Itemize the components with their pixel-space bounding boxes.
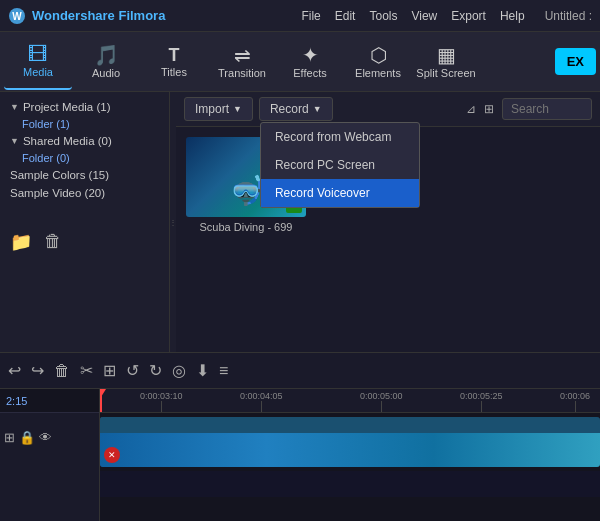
toolbar-transition-label: Transition — [218, 67, 266, 79]
sidebar-project-media[interactable]: ▼ Project Media (1) — [0, 98, 169, 116]
menu-export[interactable]: Export — [451, 9, 486, 23]
tl-export-icon[interactable]: ⬇ — [196, 361, 209, 380]
tl-split-icon[interactable]: ⊞ — [103, 361, 116, 380]
tl-settings-icon[interactable]: ≡ — [219, 362, 228, 380]
ruler-label-3: 0:00:05:25 — [460, 391, 503, 401]
record-label: Record — [270, 102, 309, 116]
video-track-add-icon[interactable]: ⊞ — [4, 430, 15, 445]
video-track-eye-icon[interactable]: 👁 — [39, 430, 52, 445]
sidebar-sample-colors-label: Sample Colors (15) — [10, 169, 109, 181]
grid-view-icon[interactable]: ⊞ — [484, 102, 494, 116]
toolbar-transition[interactable]: ⇌ Transition — [208, 34, 276, 90]
tl-delete-icon[interactable]: 🗑 — [54, 362, 70, 380]
filter-icon[interactable]: ⊿ — [466, 102, 476, 116]
ruler-label-4: 0:00:06 — [560, 391, 590, 401]
sidebar-sample-video[interactable]: Sample Video (20) — [0, 184, 169, 202]
titles-icon: T — [169, 46, 180, 64]
record-chevron-icon: ▼ — [313, 104, 322, 114]
dropdown-webcam[interactable]: Record from Webcam — [261, 123, 419, 151]
ruler-mark-1: 0:00:04:05 — [240, 389, 283, 412]
media-item-label: Scuba Diving - 699 — [200, 221, 293, 233]
ruler-line-2 — [381, 401, 382, 412]
ruler-line-0 — [161, 401, 162, 412]
toolbar-effects[interactable]: ✦ Effects — [276, 34, 344, 90]
audio-track — [100, 471, 600, 497]
toolbar-elements[interactable]: ⬡ Elements — [344, 34, 412, 90]
title-bar: W Wondershare Filmora File Edit Tools Vi… — [0, 0, 600, 32]
toolbar: 🎞 Media 🎵 Audio T Titles ⇌ Transition ✦ … — [0, 32, 600, 92]
tl-undo-icon[interactable]: ↩ — [8, 361, 21, 380]
ruler-line-3 — [481, 401, 482, 412]
timeline-tracks: 🎞 Scuba Diving - 699 🤿 🐠 — [100, 413, 600, 521]
menu-tools[interactable]: Tools — [369, 9, 397, 23]
timeline-left-panel: 2:15 ⊞ 🔒 👁 — [0, 389, 100, 521]
sidebar-shared-media-label: Shared Media (0) — [23, 135, 112, 147]
import-chevron-icon: ▼ — [233, 104, 242, 114]
tl-rotate-right-icon[interactable]: ↻ — [149, 361, 162, 380]
video-track-ctrl: ⊞ 🔒 👁 — [4, 417, 95, 457]
toolbar-split-screen[interactable]: ▦ Split Screen — [412, 34, 480, 90]
menu-help[interactable]: Help — [500, 9, 525, 23]
ruler-mark-2: 0:00:05:00 — [360, 389, 403, 412]
toolbar-split-screen-label: Split Screen — [416, 67, 475, 79]
tl-cut-icon[interactable]: ✂ — [80, 361, 93, 380]
media-icons: ⊿ ⊞ — [466, 98, 592, 120]
timeline-content: 2:15 ⊞ 🔒 👁 0:00:03:10 — [0, 389, 600, 521]
elements-icon: ⬡ — [370, 45, 387, 65]
timecode-value: 2:15 — [6, 395, 27, 407]
clip-remove-button[interactable]: ✕ — [104, 447, 120, 463]
tl-crop-icon[interactable]: ◎ — [172, 361, 186, 380]
sidebar-folder-0[interactable]: Folder (0) — [0, 150, 169, 166]
video-clip: 🎞 Scuba Diving - 699 🤿 🐠 — [100, 417, 600, 467]
ruler-mark-3: 0:00:05:25 — [460, 389, 503, 412]
toolbar-media[interactable]: 🎞 Media — [4, 34, 72, 90]
record-dropdown: Record from Webcam Record PC Screen Reco… — [260, 122, 420, 208]
toolbar-titles[interactable]: T Titles — [140, 34, 208, 90]
split-screen-icon: ▦ — [437, 45, 456, 65]
sidebar-arrow2-icon: ▼ — [10, 136, 19, 146]
video-track[interactable]: 🎞 Scuba Diving - 699 🤿 🐠 — [100, 417, 600, 467]
ruler-line-1 — [261, 401, 262, 412]
sidebar-shared-media[interactable]: ▼ Shared Media (0) — [0, 132, 169, 150]
timeline-right-panel: 0:00:03:10 0:00:04:05 0:00:05:00 0:00:05… — [100, 389, 600, 521]
clip-seg2-header — [240, 417, 540, 433]
toolbar-audio[interactable]: 🎵 Audio — [72, 34, 140, 90]
media-panel: Import ▼ Record ▼ Record from Webcam Rec… — [176, 92, 600, 352]
menu-edit[interactable]: Edit — [335, 9, 356, 23]
tl-redo-icon[interactable]: ↪ — [31, 361, 44, 380]
menu-view[interactable]: View — [411, 9, 437, 23]
import-button[interactable]: Import ▼ — [184, 97, 253, 121]
menu-file[interactable]: File — [301, 9, 320, 23]
video-track-lock-icon[interactable]: 🔒 — [19, 430, 35, 445]
sidebar-sample-colors[interactable]: Sample Colors (15) — [0, 166, 169, 184]
app-logo-icon: W — [8, 7, 26, 25]
ex-button[interactable]: EX — [555, 48, 596, 75]
playhead[interactable] — [100, 389, 102, 412]
toolbar-elements-label: Elements — [355, 67, 401, 79]
import-label: Import — [195, 102, 229, 116]
timeline-toolbar: ↩ ↪ 🗑 ✂ ⊞ ↺ ↻ ◎ ⬇ ≡ — [0, 353, 600, 389]
media-icon: 🎞 — [28, 44, 48, 64]
search-input[interactable] — [502, 98, 592, 120]
toolbar-titles-label: Titles — [161, 66, 187, 78]
clip-seg2-content — [240, 433, 540, 467]
dropdown-pcscreen[interactable]: Record PC Screen — [261, 151, 419, 179]
timeline: ↩ ↪ 🗑 ✂ ⊞ ↺ ↻ ◎ ⬇ ≡ 2:15 ⊞ 🔒 👁 — [0, 352, 600, 521]
track-controls: ⊞ 🔒 👁 — [0, 413, 99, 521]
sidebar: ▼ Project Media (1) Folder (1) ▼ Shared … — [0, 92, 170, 352]
audio-icon: 🎵 — [94, 45, 119, 65]
toolbar-audio-label: Audio — [92, 67, 120, 79]
add-folder-icon[interactable]: 📁 — [10, 231, 32, 253]
sidebar-folder-1[interactable]: Folder (1) — [0, 116, 169, 132]
svg-text:W: W — [12, 11, 22, 22]
ruler-label-0: 0:00:03:10 — [140, 391, 183, 401]
diver-decoration: 🤿 — [229, 174, 264, 207]
sidebar-project-media-label: Project Media (1) — [23, 101, 111, 113]
sidebar-arrow-icon: ▼ — [10, 102, 19, 112]
main-area: ▼ Project Media (1) Folder (1) ▼ Shared … — [0, 92, 600, 352]
toolbar-effects-label: Effects — [293, 67, 326, 79]
delete-folder-icon[interactable]: 🗑 — [44, 231, 62, 253]
record-button[interactable]: Record ▼ Record from Webcam Record PC Sc… — [259, 97, 333, 121]
dropdown-voiceover[interactable]: Record Voiceover — [261, 179, 419, 207]
tl-rotate-left-icon[interactable]: ↺ — [126, 361, 139, 380]
